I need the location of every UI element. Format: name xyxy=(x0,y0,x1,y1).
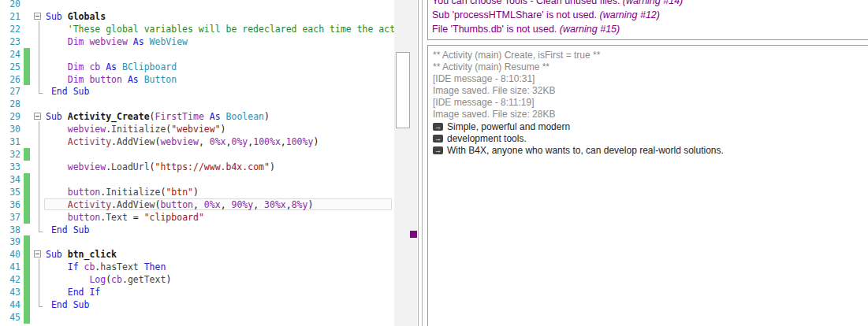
line-number[interactable]: 21 xyxy=(0,10,20,23)
code-line[interactable]: Sub Globals xyxy=(46,10,106,23)
code-line[interactable]: Activity.AddView(webview, 0%x,0%y,100%x,… xyxy=(46,135,319,148)
line-number[interactable]: 23 xyxy=(0,35,20,48)
code-token: 8%y xyxy=(292,199,308,210)
line-number[interactable]: 22 xyxy=(0,23,20,35)
log-text: development tools. xyxy=(447,133,527,144)
code-line[interactable]: webview.LoadUrl("https://www.b4x.com") xyxy=(46,161,275,173)
line-number[interactable]: 34 xyxy=(0,173,20,186)
code-fold-toggle-icon[interactable] xyxy=(34,113,41,120)
scrollbar-thumb[interactable] xyxy=(396,52,410,128)
code-line[interactable]: button.Text = "clipboard" xyxy=(46,211,204,224)
code-line[interactable]: webview.Initialize("webview") xyxy=(46,123,226,135)
code-token: End Sub xyxy=(51,299,89,310)
code-token: ) xyxy=(313,136,319,147)
code-line[interactable]: Dim cb As BClipboard xyxy=(46,61,177,73)
code-token: Activity xyxy=(68,199,111,210)
warning-text: File 'Thumbs.db' is not used. xyxy=(432,24,560,35)
line-number[interactable]: 26 xyxy=(0,73,20,86)
code-token: If xyxy=(68,261,84,272)
warning-number: (warning #12) xyxy=(600,9,660,20)
line-number[interactable]: 24 xyxy=(0,48,20,61)
code-token: Globals xyxy=(68,11,106,22)
line-number[interactable]: 40 xyxy=(0,248,20,261)
change-indicator xyxy=(24,273,30,286)
code-line[interactable]: End Sub xyxy=(46,85,89,98)
line-number[interactable]: 44 xyxy=(0,298,20,311)
line-number[interactable]: 30 xyxy=(0,123,20,135)
line-number[interactable]: 42 xyxy=(0,273,20,286)
code-token: ) xyxy=(307,199,313,210)
code-line[interactable]: Log(cb.getText) xyxy=(46,273,171,286)
code-line[interactable]: End Sub xyxy=(46,298,89,311)
code-token: cb xyxy=(89,61,106,72)
code-token: Dim xyxy=(68,74,90,85)
line-number[interactable]: 29 xyxy=(0,110,20,123)
line-number[interactable]: 33 xyxy=(0,161,20,173)
code-line[interactable]: Sub btn_click xyxy=(46,248,117,261)
line-number[interactable]: 27 xyxy=(0,85,20,98)
code-token: ) xyxy=(264,111,270,122)
code-token: . xyxy=(111,199,117,210)
code-token: End If xyxy=(68,287,101,298)
line-number[interactable]: 20 xyxy=(0,0,20,10)
line-number[interactable]: 39 xyxy=(0,235,20,248)
panel-splitter[interactable] xyxy=(418,0,419,326)
log-line: [IDE message - 8:11:19] xyxy=(433,97,535,109)
code-fold-toggle-icon[interactable] xyxy=(34,250,41,257)
code-token: webview xyxy=(89,36,132,47)
log-tag-icon: → xyxy=(433,146,443,154)
line-number[interactable]: 32 xyxy=(0,148,20,161)
code-line[interactable]: button.Initialize("btn") xyxy=(46,186,199,198)
line-number[interactable]: 35 xyxy=(0,186,20,198)
change-indicator xyxy=(24,73,30,86)
warning-item[interactable]: File 'Thumbs.db' is not used. (warning #… xyxy=(432,24,620,36)
code-line[interactable]: End If xyxy=(46,286,100,298)
warning-item[interactable]: Sub 'processHTMLShare' is not used. (war… xyxy=(432,9,660,22)
code-line[interactable]: 'These global variables will be redeclar… xyxy=(46,23,394,35)
code-fold-toggle-icon[interactable] xyxy=(34,13,41,20)
line-number[interactable]: 36 xyxy=(0,198,20,211)
line-number[interactable]: 31 xyxy=(0,135,20,148)
change-indicator xyxy=(24,248,30,261)
code-token: ( xyxy=(150,111,155,122)
line-number[interactable]: 28 xyxy=(0,98,20,110)
warning-number: (warning #14) xyxy=(623,0,683,6)
code-token xyxy=(46,224,51,235)
code-token: Text xyxy=(106,212,128,223)
code-token xyxy=(46,261,68,272)
panel-splitter[interactable] xyxy=(422,0,423,326)
code-token: Boolean xyxy=(226,111,264,122)
code-token: Activity_Create xyxy=(68,111,150,122)
code-line[interactable]: Dim button As Button xyxy=(46,73,177,86)
log-line: →Simple, powerful and modern xyxy=(433,120,570,132)
line-number[interactable]: 41 xyxy=(0,261,20,273)
code-line[interactable]: End Sub xyxy=(46,224,89,236)
code-line[interactable]: Sub Activity_Create(FirstTime As Boolean… xyxy=(46,110,270,123)
code-token: As xyxy=(128,74,144,85)
code-token xyxy=(46,287,68,298)
editor-scrollbar[interactable] xyxy=(394,0,417,326)
line-number[interactable]: 37 xyxy=(0,211,20,224)
change-indicator xyxy=(24,235,30,248)
line-number[interactable]: 43 xyxy=(0,286,20,298)
log-line: Image saved. File size: 28KB xyxy=(433,109,555,120)
code-token: cb xyxy=(84,261,95,272)
code-token: "btn" xyxy=(166,187,193,198)
code-token: AddView xyxy=(117,199,155,210)
code-token xyxy=(46,36,68,47)
code-token: , xyxy=(221,199,232,210)
code-token: LoadUrl xyxy=(111,161,149,172)
code-line[interactable]: Dim webview As WebView xyxy=(46,35,188,48)
code-editor[interactable]: 2021Sub Globals22 'These global variable… xyxy=(0,0,394,326)
line-number[interactable]: 38 xyxy=(0,224,20,236)
code-token xyxy=(46,161,68,172)
code-token: End Sub xyxy=(51,86,89,97)
line-number[interactable]: 45 xyxy=(0,311,20,324)
line-number[interactable]: 25 xyxy=(0,61,20,73)
code-line[interactable]: If cb.hasText Then xyxy=(46,261,166,273)
code-line[interactable]: Activity.AddView(button, 0%x, 90%y, 30%x… xyxy=(46,198,313,211)
warning-item[interactable]: You can choose Tools - Clean unused file… xyxy=(432,0,683,8)
code-token: btn_click xyxy=(68,249,117,260)
warnings-panel: You can choose Tools - Clean unused file… xyxy=(427,0,868,40)
code-token: ) xyxy=(270,161,275,172)
